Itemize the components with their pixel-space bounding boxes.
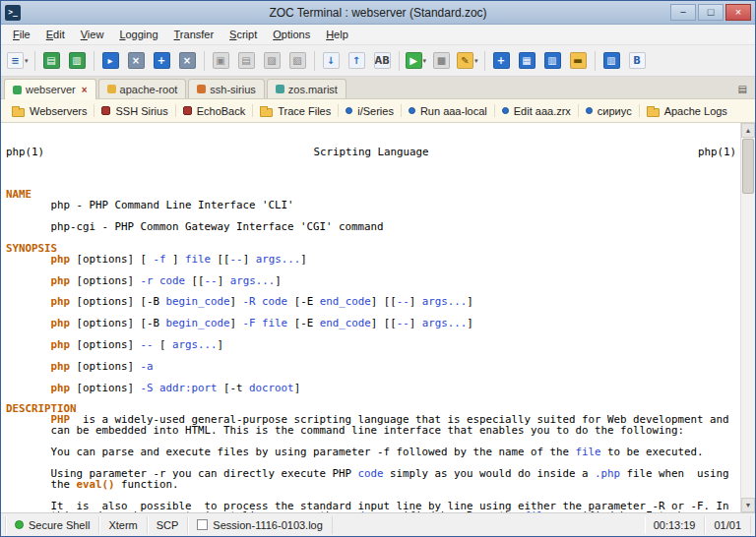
stop-script-button-icon: ■ [433, 52, 450, 69]
terminal-text-segment: [-E [287, 295, 320, 308]
dropdown-arrow-icon[interactable]: ▾ [423, 57, 427, 65]
receive-file-button[interactable]: ↓ [319, 48, 344, 74]
dropdown-arrow-icon[interactable]: ▾ [474, 57, 478, 65]
clear-screen-button[interactable]: ▧ [285, 48, 310, 74]
log-checkbox[interactable] [197, 519, 208, 530]
tab-zos.marist[interactable]: zos.marist [267, 79, 346, 98]
quick-button-echoback[interactable]: EchoBack [176, 99, 253, 122]
quick-button-edit-aaa-zrx[interactable]: Edit aaa.zrx [495, 99, 578, 122]
stop-script-button[interactable]: ■ [429, 48, 454, 74]
terminal-text-segment: -- [397, 295, 410, 308]
quick-button-run-aaa-local[interactable]: Run aaa-local [402, 99, 494, 122]
terminal-output[interactable]: php(1) Scripting Language php(1) NAME ph… [1, 123, 740, 512]
tab-ssh-sirius[interactable]: ssh-sirius [188, 79, 264, 98]
quick-button-apache-logs[interactable]: Apache Logs [640, 99, 734, 122]
terminal-text-segment: ] [[ [371, 295, 397, 308]
scroll-up-button[interactable]: ▲ [741, 123, 755, 138]
edit-script-button[interactable]: ✎▾ [455, 48, 480, 74]
emulation-indicator[interactable]: Xterm [99, 516, 147, 534]
copy-button[interactable]: ▣ [209, 48, 233, 74]
protocol-indicator[interactable]: SCP [148, 516, 189, 534]
scrollbar-track[interactable] [741, 195, 755, 498]
host-icon [183, 106, 192, 115]
terminal-text-segment: php - PHP Command Line Interface 'CLI' [6, 199, 294, 211]
menu-transfer[interactable]: Transfer [166, 26, 222, 43]
tab-overview-button[interactable]: ▤ [734, 82, 751, 96]
host-directory-button[interactable]: ▤ [39, 48, 64, 74]
quick-button-webservers[interactable]: Webservers [5, 99, 94, 122]
close-button[interactable]: × [725, 4, 751, 21]
tab-close-icon[interactable]: × [82, 85, 88, 95]
quick-button-ssh-sirius[interactable]: SSH Sirius [94, 99, 174, 122]
disconnect-button[interactable]: × [124, 48, 149, 74]
terminal-text-segment: [options] [70, 274, 141, 287]
connection-status[interactable]: Secure Shell [5, 516, 99, 534]
quick-connect-button[interactable]: ≡▾ [5, 48, 31, 74]
minimize-button[interactable]: − [670, 4, 696, 21]
scrollbar-thumb[interactable] [742, 139, 754, 194]
quick-button-label: i/Series [357, 105, 394, 117]
connection-profiles-button[interactable]: ▥ [65, 48, 90, 74]
emulation-label: Xterm [108, 519, 137, 531]
dropdown-arrow-icon[interactable]: ▾ [25, 57, 29, 65]
close-session-button[interactable]: × [175, 48, 200, 74]
terminal-text-segment [6, 253, 51, 266]
broadcast-button[interactable]: ▥ [540, 48, 565, 74]
new-window-button[interactable]: + [489, 48, 514, 74]
title-bar[interactable]: >_ ZOC Terminal : webserver (Standard.zo… [1, 1, 755, 25]
menu-view[interactable]: View [73, 26, 112, 43]
quick-button-trace-files[interactable]: Trace Files [253, 99, 338, 122]
menu-script[interactable]: Script [221, 26, 265, 43]
manpage-header-center: Scripting Language [313, 148, 428, 158]
run-script-button[interactable]: ▶▾ [404, 48, 429, 74]
open-folder-button[interactable]: ▬ [566, 48, 591, 74]
tile-windows-button-icon: ▦ [519, 52, 536, 69]
connection-profiles-button-icon: ▥ [69, 52, 86, 69]
terminal-text-segment: file [262, 317, 287, 329]
scroll-down-button[interactable]: ▼ [741, 498, 755, 512]
send-file-button[interactable]: ↑ [345, 48, 369, 74]
menu-logging[interactable]: Logging [111, 26, 165, 43]
terminal-line [6, 180, 740, 191]
translate-button-icon: AB [374, 52, 391, 69]
terminal-text-segment: ] [467, 317, 473, 329]
terminal-text-segment: ] [410, 295, 422, 308]
connect-button[interactable]: ▸ [98, 48, 123, 74]
terminal-text-segment: to be executed. [601, 446, 704, 458]
quick-button-label: EchoBack [197, 105, 246, 117]
manpage-header-right: php(1) [698, 148, 736, 158]
translate-button[interactable]: AB [370, 48, 395, 74]
tab-label: apache-root [120, 84, 178, 95]
select-text-button[interactable]: ▨ [260, 48, 284, 74]
menu-edit[interactable]: Edit [38, 26, 73, 43]
terminal-text-segment: begin_code [166, 317, 230, 329]
terminal-text-segment: ] [410, 317, 422, 329]
menu-help[interactable]: Help [318, 26, 356, 43]
connection-status-label: Secure Shell [29, 519, 90, 531]
manpage-header-line: php(1) Scripting Language php(1) [6, 148, 740, 158]
session-log[interactable]: Session-1116-0103.log [188, 516, 333, 534]
terminal-text-segment: ] [275, 274, 282, 287]
host-directory-button-icon: ▤ [43, 52, 60, 69]
quick-button-i-series[interactable]: i/Series [339, 99, 401, 122]
terminal-text-segment: file when using [620, 467, 729, 480]
tile-windows-button[interactable]: ▦ [515, 48, 539, 74]
new-session-button[interactable]: + [150, 48, 174, 74]
terminal-text-segment: -- [230, 253, 243, 266]
menu-file[interactable]: File [5, 26, 38, 43]
edit-script-button-icon: ✎ [457, 52, 473, 69]
new-session-button-icon: + [154, 52, 170, 69]
toolbar-separator [399, 51, 400, 71]
font-settings-button[interactable]: B [625, 48, 650, 74]
menu-options[interactable]: Options [265, 26, 318, 43]
quick-button-сириус[interactable]: сириус [579, 99, 639, 122]
paste-button[interactable]: ▤ [234, 48, 259, 74]
maximize-button[interactable]: □ [698, 4, 724, 21]
toolbar-separator [595, 51, 596, 71]
address-book-button[interactable]: ▥ [599, 48, 624, 74]
terminal-text-segment: can be embedded into HTML. This is the c… [6, 424, 684, 437]
terminal-text-segment: file [185, 253, 211, 266]
tab-webserver[interactable]: webserver× [4, 79, 96, 99]
tab-apache-root[interactable]: apache-root [98, 79, 187, 98]
scrollbar[interactable]: ▲ ▼ [740, 123, 755, 512]
